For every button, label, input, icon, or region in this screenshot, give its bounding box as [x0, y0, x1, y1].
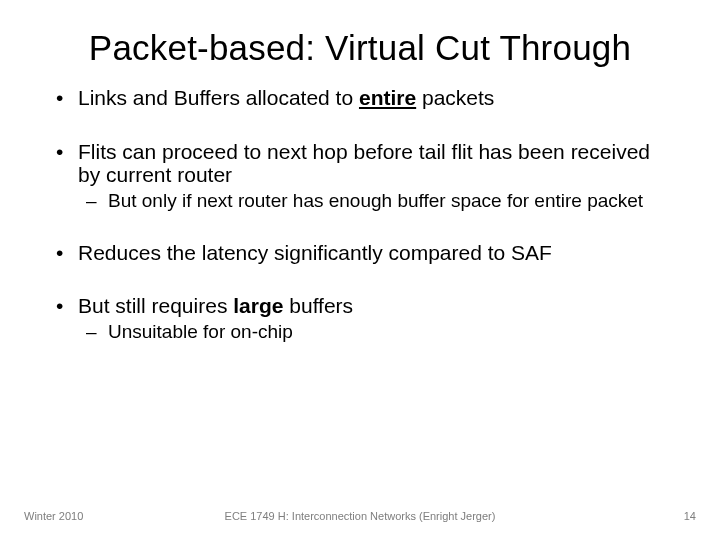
bullet-4-post: buffers: [283, 294, 353, 317]
footer-date: Winter 2010: [24, 510, 83, 522]
bullet-4-pre: But still requires: [78, 294, 233, 317]
bullet-1-entire: entire: [359, 86, 416, 109]
bullet-3: Reduces the latency significantly compar…: [48, 241, 672, 265]
bullet-4: But still requires large buffers Unsuita…: [48, 294, 672, 342]
bullet-2: Flits can proceed to next hop before tai…: [48, 140, 672, 211]
footer-course: ECE 1749 H: Interconnection Networks (En…: [0, 510, 720, 522]
slide-body: Links and Buffers allocated to entire pa…: [0, 68, 720, 342]
slide-title: Packet-based: Virtual Cut Through: [0, 0, 720, 68]
slide-number: 14: [684, 510, 696, 522]
slide-footer: Winter 2010 ECE 1749 H: Interconnection …: [0, 510, 720, 522]
bullet-1-post: packets: [416, 86, 494, 109]
bullet-4-sub: Unsuitable for on-chip: [78, 321, 672, 342]
bullet-2-sub: But only if next router has enough buffe…: [78, 190, 672, 211]
bullet-1-pre: Links and Buffers allocated to: [78, 86, 359, 109]
bullet-4-large: large: [233, 294, 283, 317]
bullet-1: Links and Buffers allocated to entire pa…: [48, 86, 672, 110]
bullet-2-text: Flits can proceed to next hop before tai…: [78, 140, 650, 187]
